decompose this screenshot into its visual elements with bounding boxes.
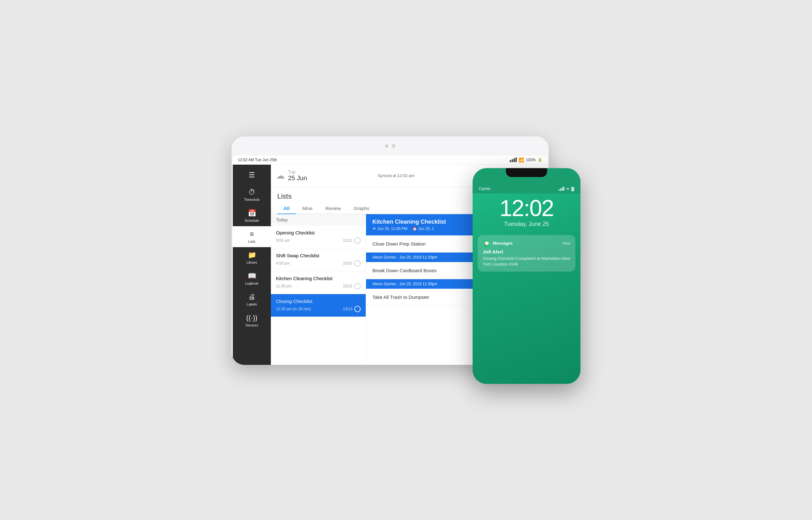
list-section-today: Today: [271, 214, 366, 226]
sidebar-item-schedule[interactable]: 📅 Schedule: [233, 205, 271, 226]
checklist-start-date: Jun 25, 11:00 PM: [377, 227, 407, 231]
list-item-opening[interactable]: Opening Checklist 9:00 am 12/12: [271, 226, 366, 249]
sidebar-label-sensors: Sensors: [245, 323, 258, 327]
sidebar-label-lists: Lists: [248, 239, 256, 243]
phone-wifi-icon: ≋: [566, 186, 569, 191]
tab-graphs[interactable]: Graphs: [347, 203, 376, 213]
sidebar-item-library[interactable]: 📁 Library: [233, 247, 271, 268]
sidebar-item-lists[interactable]: ≡ Lists: [233, 226, 271, 247]
list-item-meta-shiftswap: 4:00 pm 10/10: [276, 260, 361, 266]
notif-body: Closing Checklist Completed at Manhattan…: [483, 256, 570, 267]
signal-bar-4: [515, 157, 517, 162]
list-panel: Today Opening Checklist 9:00 am 12/12: [271, 214, 366, 365]
sidebar-item-logbook[interactable]: 📖 Logbook: [233, 268, 271, 289]
list-item-kitchen[interactable]: Kitchen Cleaning Checklist 11:59 pm 15/1…: [271, 271, 366, 294]
notif-app: 💬 Messages: [483, 239, 513, 247]
notif-header: 💬 Messages Now: [483, 239, 570, 247]
schedule-icon: 📅: [248, 209, 256, 217]
list-item-meta-kitchen: 11:59 pm 15/15: [276, 283, 361, 289]
signal-bar-3: [514, 158, 515, 162]
check-closing: [354, 306, 361, 312]
sidebar: ☰ ⏱ Timeclock 📅 Schedule ≡ Lists: [233, 165, 271, 365]
list-item-name-opening: Opening Checklist: [276, 230, 361, 235]
sidebar-label-schedule: Schedule: [245, 218, 259, 223]
list-item-time-kitchen: 11:59 pm: [276, 284, 292, 288]
task-close-prep-name: Close Down Prep Station: [372, 241, 426, 246]
sidebar-label-timeclock: Timeclock: [244, 198, 260, 202]
phone-time: 12:02: [478, 197, 575, 219]
phone-status-right: ≋ ▓: [559, 186, 574, 191]
phone-signal-2: [560, 188, 561, 191]
list-item-name-closing: Closing Checklist: [276, 298, 361, 304]
task-breakdown-name: Break Down Cardboard Boxes: [372, 268, 437, 273]
date-number: 25 Jun: [288, 175, 307, 182]
list-item-closing[interactable]: Closing Checklist 12:30 am (in 28 min) 1…: [271, 294, 366, 317]
list-item-time-shiftswap: 4:00 pm: [276, 261, 290, 265]
tablet-dot-1: [385, 145, 388, 148]
list-item-time-closing: 12:30 am (in 28 min): [276, 307, 311, 311]
sidebar-label-logbook: Logbook: [245, 281, 259, 285]
checklist-start: 👁 Jun 25, 11:00 PM: [372, 227, 407, 231]
timeclock-icon: ⏱: [248, 188, 255, 197]
tablet-dot-2: [392, 145, 395, 148]
library-icon: 📁: [248, 251, 256, 259]
phone-signal-1: [559, 189, 560, 191]
phone-notch: [506, 168, 547, 177]
count-closing: 13/13: [343, 307, 352, 311]
signal-bar-2: [512, 159, 513, 162]
sidebar-item-timeclock[interactable]: ⏱ Timeclock: [233, 184, 271, 205]
list-item-meta-closing: 12:30 am (in 28 min) 13/13: [276, 306, 361, 312]
check-kitchen: [354, 283, 361, 289]
phone-battery: ▓: [571, 186, 574, 191]
status-bar: 12:02 AM Tue Jun 25th 📶 100% 🔋: [233, 155, 547, 165]
signal-bar-1: [510, 160, 511, 162]
notification-card[interactable]: 💬 Messages Now Jolt Alert Closing Checkl…: [478, 235, 575, 271]
notif-title: Jolt Alert: [483, 249, 570, 255]
battery-icon: 🔋: [538, 158, 542, 162]
tab-all[interactable]: All: [277, 203, 296, 213]
list-item-shiftswap[interactable]: Shift Swap Checklist 4:00 pm 10/10: [271, 249, 366, 271]
lists-icon: ≡: [250, 230, 254, 238]
sidebar-label-library: Library: [246, 260, 257, 264]
sidebar-item-sensors[interactable]: ((·)) Sensors: [233, 310, 271, 331]
list-item-name-shiftswap: Shift Swap Checklist: [276, 253, 361, 258]
list-item-count-closing: 13/13: [343, 306, 361, 312]
tablet-top-bar: [232, 136, 549, 155]
list-item-meta-opening: 9:00 am 12/12: [276, 237, 361, 244]
header-date: ☁ Tue 25 Jun: [276, 170, 307, 182]
sidebar-label-labels: Labels: [247, 302, 257, 306]
clock-icon: ⏰: [412, 227, 417, 231]
tab-mine[interactable]: Mine: [296, 203, 319, 213]
list-item-count-shiftswap: 10/10: [343, 260, 361, 266]
tab-review[interactable]: Review: [319, 203, 347, 213]
sync-text: Synced at 12:02 am: [378, 173, 414, 178]
phone-date: Tuesday, June 25: [478, 221, 575, 228]
list-item-time-opening: 9:00 am: [276, 238, 290, 243]
count-shiftswap: 10/10: [343, 261, 352, 265]
phone-notch-area: [472, 168, 580, 184]
date-display: Tue 25 Jun: [288, 170, 307, 182]
wifi-icon: 📶: [519, 157, 524, 162]
hamburger-icon: ☰: [249, 171, 255, 179]
phone: Carrier ≋ ▓ 12:02 Tuesday, June 25 💬: [472, 168, 580, 384]
signal-bars: [510, 157, 517, 162]
count-kitchen: 15/15: [343, 284, 352, 288]
checklist-due-date: Jun 25, 1: [418, 227, 434, 231]
day-name: Tue: [288, 170, 307, 175]
check-shiftswap: [354, 260, 361, 266]
eye-icon: 👁: [372, 227, 376, 231]
phone-carrier: Carrier: [479, 186, 491, 191]
messages-app-icon: 💬: [483, 239, 490, 247]
check-opening: [354, 237, 361, 244]
sidebar-item-labels[interactable]: 🖨 Labels: [233, 289, 271, 310]
phone-status-bar: Carrier ≋ ▓: [472, 184, 580, 193]
status-right: 📶 100% 🔋: [510, 157, 542, 162]
sidebar-item-menu[interactable]: ☰: [233, 167, 271, 184]
status-time: 12:02 AM Tue Jun 25th: [238, 158, 277, 162]
phone-signal-3: [562, 187, 563, 191]
phone-signal: [559, 186, 564, 191]
notif-app-name: Messages: [493, 241, 513, 245]
sensors-icon: ((·)): [246, 314, 257, 322]
phone-body: 12:02 Tuesday, June 25 💬 Messages Now Jo…: [472, 193, 580, 384]
logbook-icon: 📖: [248, 272, 256, 280]
